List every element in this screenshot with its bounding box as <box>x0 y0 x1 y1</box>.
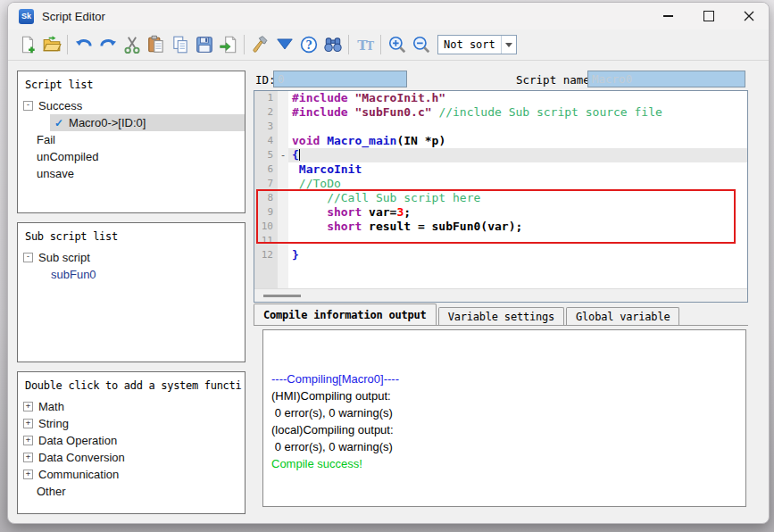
find-button[interactable] <box>320 33 345 57</box>
window-controls <box>648 3 769 29</box>
zoom-in-button[interactable] <box>385 33 409 57</box>
tree-item[interactable]: +Data Conversion <box>23 449 245 466</box>
undo-arrow-icon <box>74 35 94 54</box>
new-file-icon <box>18 35 37 54</box>
tab-variable-settings[interactable]: Variable settings <box>438 307 564 325</box>
expand-icon[interactable]: + <box>23 436 33 445</box>
output-line: Compile success! <box>271 455 737 472</box>
minimize-button[interactable] <box>648 3 688 29</box>
code-text <box>288 234 747 248</box>
line-number: 9 <box>254 205 278 220</box>
id-input[interactable] <box>273 71 407 87</box>
script-name-input[interactable] <box>587 71 745 87</box>
output-line: 0 error(s), 0 warning(s) <box>271 404 737 421</box>
tree-item-label-wrap: Fail <box>36 131 245 148</box>
tree-item[interactable]: +Communication <box>23 466 245 483</box>
tree-item[interactable]: -Sub script <box>23 249 245 266</box>
tree-item[interactable]: +Math <box>23 398 245 415</box>
undo-button[interactable] <box>71 33 96 57</box>
collapse-icon[interactable]: - <box>23 253 33 262</box>
tree-item-label-wrap: Data Conversion <box>37 449 245 466</box>
tab-global-variable[interactable]: Global variable <box>566 307 679 325</box>
line-number: 2 <box>254 105 278 120</box>
code-lines[interactable]: 1#include "MacroInit.h"2#include "subFun… <box>254 91 747 262</box>
expand-icon[interactable]: + <box>23 453 33 462</box>
horizontal-scrollbar[interactable] <box>254 288 747 302</box>
scrollbar-thumb[interactable] <box>263 295 301 297</box>
zoom-in-icon <box>387 35 407 54</box>
svg-text:T: T <box>366 40 374 53</box>
compile-output-box: ----Compiling[Macro0]----(HMI)Compiling … <box>262 329 746 507</box>
output-line: (HMI)Compiling output: <box>271 387 737 404</box>
sort-dropdown-button[interactable] <box>501 36 516 54</box>
floppy-disk-icon <box>195 35 214 54</box>
sort-dropdown[interactable]: Not sort <box>437 35 517 54</box>
tree-item[interactable]: Fail <box>23 131 245 148</box>
fold-collapse-icon[interactable]: - <box>278 148 288 162</box>
filter-button[interactable] <box>272 33 296 57</box>
tree-item[interactable]: +String <box>23 415 245 432</box>
tree-item-label: Data Conversion <box>38 451 125 464</box>
copy-button[interactable] <box>168 33 192 57</box>
tree-item-label: Other <box>37 485 66 498</box>
code-line: 12} <box>254 248 747 262</box>
tree-indent <box>23 156 36 157</box>
code-line: 7 //ToDo <box>254 177 747 191</box>
script-name-label: Script name: <box>516 73 596 87</box>
tree-item-label-wrap: Data Operation <box>37 432 245 449</box>
tree-item-label: Data Operation <box>38 434 117 447</box>
export-button[interactable] <box>216 33 240 57</box>
tree-item[interactable]: unsave <box>23 165 245 182</box>
line-number: 11 <box>254 234 278 248</box>
tree-item[interactable]: -Success <box>23 97 245 114</box>
tree-item-label-wrap: unsave <box>36 165 245 182</box>
open-button[interactable] <box>39 33 63 57</box>
script-list-tree: -Success✓Macro0->[ID:0]FailunCompileduns… <box>23 97 245 182</box>
line-number: 4 <box>254 134 278 148</box>
close-button[interactable] <box>728 3 769 29</box>
tree-item[interactable]: +Data Operation <box>23 432 245 449</box>
script-list-title: Script list <box>25 79 245 91</box>
export-file-icon <box>219 35 238 54</box>
expand-icon[interactable]: + <box>23 419 33 428</box>
tree-item[interactable]: subFun0 <box>23 266 245 283</box>
expand-icon[interactable]: + <box>23 402 33 411</box>
paste-button[interactable] <box>144 33 168 57</box>
title-bar: Sk Script Editor <box>8 3 769 29</box>
tree-indent <box>23 173 36 174</box>
code-line: 3 <box>254 120 747 134</box>
tree-item-label-wrap: Math <box>37 398 245 415</box>
line-number: 12 <box>254 248 278 262</box>
new-script-button[interactable] <box>15 33 39 57</box>
tree-item-label-wrap: Communication <box>37 466 245 483</box>
code-line: 2#include "subFun0.c" //include Sub scri… <box>254 105 747 120</box>
output-line: ----Compiling[Macro0]---- <box>271 370 737 387</box>
tree-item-label-wrap: Success <box>37 97 245 114</box>
script-list-panel: Script list -Success✓Macro0->[ID:0]Failu… <box>17 71 246 213</box>
compile-button[interactable] <box>248 33 272 57</box>
maximize-icon <box>703 11 714 21</box>
expand-icon[interactable]: + <box>23 470 33 479</box>
tree-item[interactable]: unCompiled <box>23 148 245 165</box>
output-line: (local)Compiling output: <box>271 421 737 438</box>
code-editor[interactable]: 1#include "MacroInit.h"2#include "subFun… <box>254 90 748 303</box>
fold-margin <box>278 120 288 134</box>
help-button[interactable]: ? <box>296 33 320 57</box>
save-button[interactable] <box>192 33 216 57</box>
tree-item[interactable]: Other <box>23 483 245 500</box>
maximize-button[interactable] <box>688 3 728 29</box>
tree-item-label: unCompiled <box>37 150 98 163</box>
collapse-icon[interactable]: - <box>23 101 33 111</box>
sort-dropdown-value: Not sort <box>438 38 501 51</box>
line-number: 1 <box>254 91 278 105</box>
tree-item[interactable]: ✓Macro0->[ID:0] <box>23 114 245 131</box>
redo-arrow-icon <box>98 35 118 54</box>
open-folder-icon <box>42 35 62 54</box>
zoom-out-button[interactable] <box>409 33 433 57</box>
cut-button[interactable] <box>120 33 144 57</box>
tab-compile-information-output[interactable]: Compile information output <box>254 303 437 325</box>
redo-button[interactable] <box>96 33 120 57</box>
code-text: short result = subFun0(var); <box>288 220 747 234</box>
tree-indent <box>23 122 50 123</box>
font-button[interactable]: TT <box>353 33 377 57</box>
